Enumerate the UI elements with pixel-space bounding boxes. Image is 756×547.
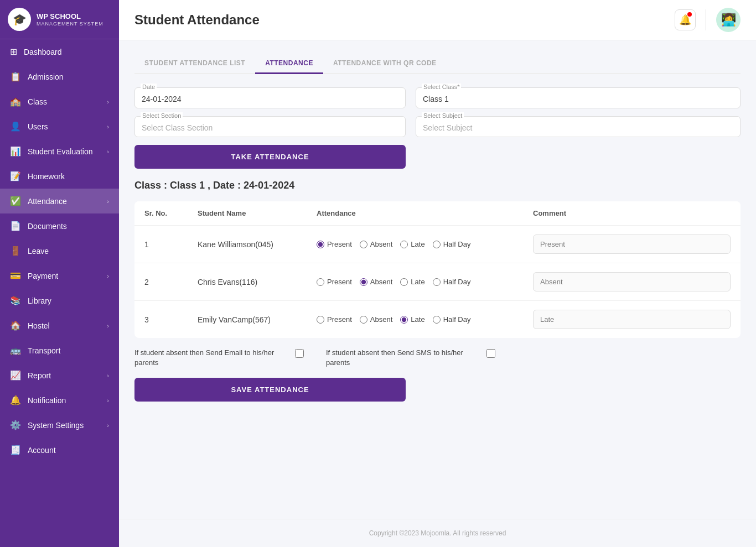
sidebar-label-class: Class <box>28 97 47 106</box>
sidebar-item-account[interactable]: 🧾 Account <box>0 437 119 462</box>
select-section-container[interactable]: Select Section Select Class Section <box>134 116 406 137</box>
select-class-container[interactable]: Select Class* Class 1 <box>416 87 741 108</box>
comment-input-row1[interactable] <box>533 235 731 254</box>
radio-absent-row3[interactable]: Absent <box>360 315 392 324</box>
radio-halfday-row3[interactable]: Half Day <box>433 315 471 324</box>
sidebar-item-student-eval[interactable]: 📊 Student Evaluation › <box>0 139 119 164</box>
sidebar-item-dashboard[interactable]: ⊞ Dashboard <box>0 39 119 64</box>
chevron-right-icon: › <box>107 372 109 379</box>
radio-input-present-row1[interactable] <box>317 241 324 248</box>
chevron-right-icon: › <box>107 273 109 279</box>
sidebar-item-transport[interactable]: 🚌 Transport <box>0 338 119 363</box>
sidebar-item-class[interactable]: 🏫 Class › <box>0 89 119 114</box>
radio-present-row3[interactable]: Present <box>317 315 352 324</box>
logo-subtitle: MANAGEMENT SYSTEM <box>37 21 103 27</box>
cell-sr: 1 <box>134 226 188 263</box>
tab-attendance-qr[interactable]: ATTENDANCE WITH QR CODE <box>323 54 447 74</box>
email-sms-row: If student absent then Send Email to his… <box>134 348 741 368</box>
sidebar-label-hostel: Hostel <box>28 321 50 330</box>
radio-present-row1[interactable]: Present <box>317 240 352 248</box>
radio-group-row2: Present Absent Late Half Day <box>317 278 513 286</box>
comment-input-row2[interactable] <box>533 272 731 291</box>
tab-bar: STUDENT ATTENDANCE LIST ATTENDANCE ATTEN… <box>134 54 741 74</box>
sidebar-item-notification[interactable]: 🔔 Notification › <box>0 388 119 413</box>
radio-late-row3[interactable]: Late <box>400 315 424 324</box>
radio-input-halfday-row2[interactable] <box>433 278 441 286</box>
sidebar-label-admission: Admission <box>28 72 64 81</box>
date-value: 24-01-2024 <box>142 92 398 103</box>
dashboard-icon: ⊞ <box>10 46 17 57</box>
radio-input-present-row2[interactable] <box>317 278 324 286</box>
sidebar-item-library[interactable]: 📚 Library <box>0 288 119 313</box>
radio-input-absent-row1[interactable] <box>360 241 367 248</box>
sidebar-item-leave[interactable]: 🚪 Leave <box>0 238 119 263</box>
avatar[interactable]: 👩‍💻 <box>716 8 741 32</box>
chevron-right-icon: › <box>107 123 109 130</box>
sidebar-item-payment[interactable]: 💳 Payment › <box>0 263 119 288</box>
eval-icon: 📊 <box>10 146 21 157</box>
attendance-icon: ✅ <box>10 196 21 206</box>
sms-checkbox[interactable] <box>486 349 495 358</box>
sidebar-item-hostel[interactable]: 🏠 Hostel › <box>0 313 119 338</box>
radio-present-row2[interactable]: Present <box>317 278 352 286</box>
col-name: Student Name <box>188 201 307 226</box>
tab-attendance[interactable]: ATTENDANCE <box>255 54 323 74</box>
radio-input-late-row1[interactable] <box>400 241 408 248</box>
sidebar-label-documents: Documents <box>28 222 67 231</box>
radio-input-halfday-row3[interactable] <box>433 316 441 324</box>
section-group: Select Section Select Class Section <box>134 116 406 137</box>
sidebar-item-users[interactable]: 👤 Users › <box>0 114 119 139</box>
cell-name: Chris Evans(116) <box>188 263 307 301</box>
comment-input-row3[interactable] <box>533 310 731 329</box>
cell-sr: 2 <box>134 263 188 301</box>
radio-halfday-row1[interactable]: Half Day <box>433 240 471 248</box>
radio-late-row1[interactable]: Late <box>400 240 424 248</box>
take-attendance-button[interactable]: TAKE ATTENDANCE <box>134 145 406 169</box>
sidebar-item-admission[interactable]: 📋 Admission <box>0 64 119 89</box>
sidebar-label-notification: Notification <box>28 396 66 405</box>
table-header: Sr. No. Student Name Attendance Comment <box>134 201 741 226</box>
sidebar-label-account: Account <box>28 446 56 455</box>
sidebar-item-system-settings[interactable]: ⚙️ System Settings › <box>0 413 119 437</box>
notification-bell-button[interactable]: 🔔 <box>675 9 696 30</box>
chevron-right-icon: › <box>107 422 109 429</box>
logo-icon: 🎓 <box>8 8 31 31</box>
save-attendance-button[interactable]: SAVE ATTENDANCE <box>134 378 406 402</box>
radio-input-late-row3[interactable] <box>400 316 408 324</box>
radio-input-absent-row2[interactable] <box>360 278 367 286</box>
radio-absent-row1[interactable]: Absent <box>360 240 392 248</box>
select-subject-value: Select Subject <box>423 121 733 132</box>
settings-icon: ⚙️ <box>10 420 21 430</box>
sidebar-label-settings: System Settings <box>28 421 84 430</box>
radio-input-absent-row3[interactable] <box>360 316 367 324</box>
sidebar-item-report[interactable]: 📈 Report › <box>0 363 119 388</box>
chevron-right-icon: › <box>107 198 109 205</box>
chevron-right-icon: › <box>107 148 109 155</box>
radio-late-row2[interactable]: Late <box>400 278 424 286</box>
select-subject-container[interactable]: Select Subject Select Subject <box>416 116 741 137</box>
radio-input-halfday-row1[interactable] <box>433 241 441 248</box>
sidebar-item-attendance[interactable]: ✅ Attendance › <box>0 189 119 213</box>
select-class-value: Class 1 <box>423 92 733 103</box>
class-date-header: Class : Class 1 , Date : 24-01-2024 <box>134 180 741 191</box>
radio-input-present-row3[interactable] <box>317 316 324 324</box>
footer-text: Copyright ©2023 Mojoomla. All rights res… <box>369 529 506 537</box>
sidebar-label-eval: Student Evaluation <box>28 147 93 156</box>
notification-badge <box>687 12 692 17</box>
email-checkbox[interactable] <box>295 349 304 358</box>
sidebar-item-homework[interactable]: 📝 Homework <box>0 164 119 189</box>
radio-halfday-row2[interactable]: Half Day <box>433 278 471 286</box>
attendance-table: Sr. No. Student Name Attendance Comment … <box>134 201 741 338</box>
radio-group-row1: Present Absent Late Half Day <box>317 240 513 248</box>
radio-absent-row2[interactable]: Absent <box>360 278 392 286</box>
leave-icon: 🚪 <box>10 246 21 256</box>
account-icon: 🧾 <box>10 445 21 455</box>
sidebar-item-documents[interactable]: 📄 Documents <box>0 213 119 238</box>
sidebar: 🎓 WP SCHOOL MANAGEMENT SYSTEM ⊞ Dashboar… <box>0 0 119 547</box>
chevron-right-icon: › <box>107 98 109 105</box>
subject-group: Select Subject Select Subject <box>416 116 741 137</box>
tab-student-attendance-list[interactable]: STUDENT ATTENDANCE LIST <box>134 54 255 74</box>
cell-comment <box>523 301 741 338</box>
radio-input-late-row2[interactable] <box>400 278 408 286</box>
top-bar: Student Attendance 🔔 👩‍💻 <box>119 0 756 40</box>
